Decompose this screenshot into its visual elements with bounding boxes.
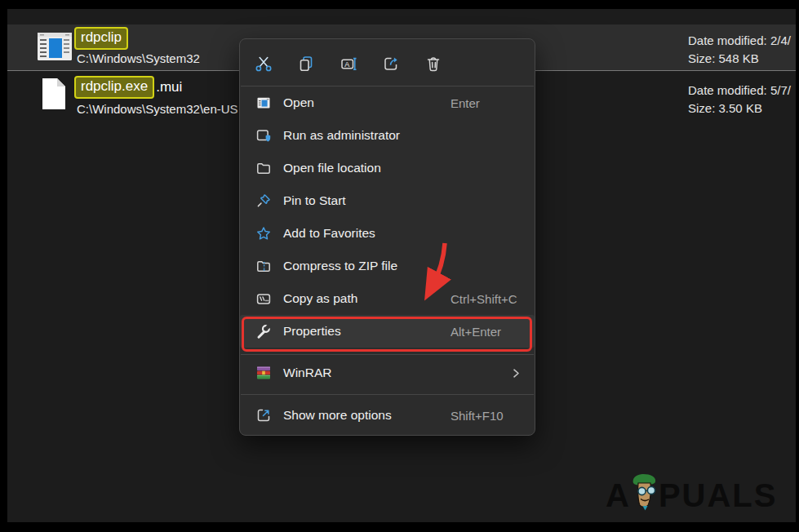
folder-icon (255, 160, 272, 177)
show-more-icon (255, 407, 272, 424)
svg-text:A: A (344, 60, 349, 68)
menu-item-shortcut: Shift+F10 (451, 409, 504, 423)
menu-item-run-as-administrator[interactable]: Run as administrator (240, 119, 535, 152)
zip-folder-icon (255, 258, 272, 275)
match-highlight: rdpclip (74, 27, 128, 50)
menu-item-copy-as-path[interactable]: Copy as path Ctrl+Shift+C (240, 282, 535, 315)
file-meta: Date modified: 5/7/ Size: 3.50 KB (688, 82, 791, 117)
appuals-mascot-icon (628, 472, 661, 517)
menu-item-open-file-location[interactable]: Open file location (240, 152, 535, 184)
appuals-watermark: A PUALS (606, 472, 777, 512)
menu-item-label: Copy as path (283, 291, 357, 306)
menu-item-shortcut: Enter (451, 96, 480, 110)
menu-item-label: Properties (283, 324, 341, 339)
copy-button[interactable] (295, 53, 317, 74)
file-size: Size: 548 KB (688, 50, 791, 68)
menu-item-label: Open (283, 95, 314, 110)
file-date: Date modified: 5/7/ (688, 82, 791, 100)
context-menu: A (239, 38, 535, 436)
menu-item-label: Compress to ZIP file (283, 259, 397, 273)
document-icon (41, 78, 67, 113)
menu-item-add-to-favorites[interactable]: Add to Favorites (240, 217, 535, 250)
screenshot-stage: rdpclip C:\Windows\System32 Date modifie… (0, 0, 799, 532)
open-app-icon (255, 95, 272, 112)
menu-item-pin-to-start[interactable]: Pin to Start (240, 184, 535, 217)
menu-item-label: Show more options (283, 408, 392, 423)
annotation-arrow (420, 238, 461, 302)
menu-separator (241, 394, 534, 395)
star-icon (255, 225, 272, 242)
winrar-icon (255, 365, 272, 382)
context-menu-toolbar: A (240, 41, 535, 86)
file-meta: Date modified: 2/4/ Size: 548 KB (688, 32, 791, 68)
cut-button[interactable] (253, 53, 274, 74)
file-name: rdpclip (74, 27, 130, 50)
rename-button[interactable]: A (338, 53, 359, 74)
app-window-icon (37, 31, 73, 65)
file-size: Size: 3.50 KB (688, 100, 791, 117)
pin-icon (255, 193, 272, 210)
watermark-text-suffix: PUALS (659, 479, 778, 512)
chevron-right-icon (510, 367, 522, 379)
watermark-text-prefix: A (606, 479, 631, 512)
match-highlight: rdpclip.exe (74, 76, 154, 99)
copy-path-icon (255, 290, 272, 308)
file-date: Date modified: 2/4/ (688, 32, 791, 50)
menu-item-properties[interactable]: Properties Alt+Enter (240, 315, 535, 348)
rename-icon: A (340, 55, 357, 73)
copy-icon (297, 55, 315, 73)
menu-item-label: Pin to Start (283, 193, 346, 208)
menu-item-winrar[interactable]: WinRAR (240, 355, 535, 391)
delete-icon (424, 55, 442, 73)
menu-item-compress-to-zip[interactable]: Compress to ZIP file (240, 250, 535, 282)
share-button[interactable] (380, 53, 402, 74)
share-icon (382, 55, 400, 73)
wrench-icon (255, 323, 272, 340)
file-name: rdpclip.exe.mui (74, 76, 182, 99)
menu-item-label: WinRAR (283, 366, 331, 380)
menu-item-show-more-options[interactable]: Show more options Shift+F10 (240, 398, 535, 432)
file-path: C:\Windows\System32\en-US (77, 102, 238, 116)
delete-button[interactable] (423, 53, 444, 74)
menu-item-label: Add to Favorites (283, 226, 375, 241)
admin-shield-icon (255, 127, 272, 144)
cut-icon (255, 55, 273, 73)
menu-item-shortcut: Alt+Enter (451, 325, 501, 339)
menu-item-label: Open file location (283, 161, 381, 175)
menu-item-label: Run as administrator (283, 128, 400, 143)
file-path: C:\Windows\System32 (77, 51, 200, 65)
menu-item-open[interactable]: Open Enter (240, 86, 535, 119)
